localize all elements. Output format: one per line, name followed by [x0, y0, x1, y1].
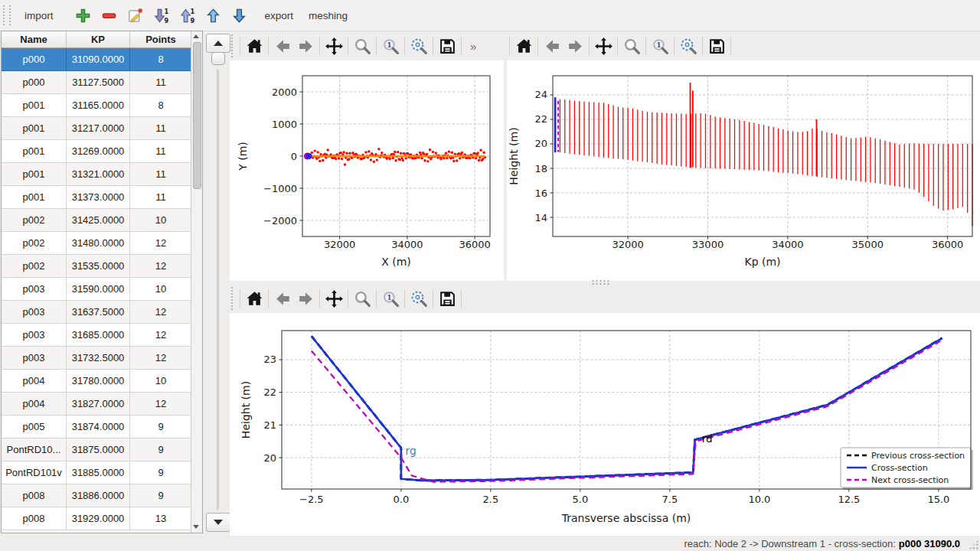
table-row[interactable]: p00231425.000010 — [2, 209, 192, 232]
splitter-grip[interactable] — [591, 279, 611, 285]
pan-icon — [325, 289, 344, 308]
table-row[interactable]: p00331685.000012 — [2, 324, 192, 347]
pane-scroll-thumb[interactable] — [211, 52, 225, 65]
table-scrollbar[interactable] — [191, 31, 202, 533]
pane-scroll-down-button[interactable] — [206, 513, 230, 532]
table-row[interactable]: p00531874.00009 — [2, 416, 192, 439]
scroll-up-arrow-icon[interactable] — [193, 34, 199, 38]
edit-cross-section-button[interactable] — [126, 5, 145, 25]
longitudinal-toolbar: 1 — [507, 32, 980, 60]
zoom-button[interactable] — [351, 34, 374, 57]
zoom-data-button[interactable]: 1 — [379, 287, 402, 310]
toolbar-overflow-button[interactable]: » — [464, 40, 482, 53]
table-row[interactable]: p00231480.000012 — [2, 232, 192, 255]
table-row[interactable]: p00131269.000011 — [2, 140, 192, 163]
table-row[interactable]: p00431780.000010 — [2, 370, 192, 393]
sort-ascending-button[interactable]: 19 — [152, 5, 172, 25]
forward-icon — [296, 289, 315, 308]
table-row[interactable]: PontRD10...31875.00009 — [2, 439, 192, 461]
table-row[interactable]: p00231535.000012 — [2, 255, 192, 278]
table-cell: 31637.5000 — [67, 301, 130, 324]
move-down-button[interactable] — [230, 5, 250, 25]
zoom-fit-button[interactable] — [677, 34, 700, 57]
forward-button[interactable] — [294, 287, 317, 310]
zoom-button[interactable] — [620, 34, 643, 57]
save-icon — [438, 37, 457, 56]
save-button[interactable] — [705, 34, 728, 57]
table-row[interactable]: p00331590.000010 — [2, 278, 192, 301]
column-header-points[interactable]: Points — [130, 31, 192, 48]
scroll-down-arrow-icon[interactable] — [193, 525, 199, 529]
pan-button[interactable] — [322, 287, 345, 310]
table-row[interactable]: PontRD101v31885.00009 — [2, 461, 192, 484]
minus-icon — [100, 7, 118, 24]
zoom-data-button[interactable]: 1 — [379, 34, 402, 57]
back-button[interactable] — [271, 287, 294, 310]
back-button[interactable] — [541, 34, 564, 57]
move-up-button[interactable] — [204, 5, 224, 25]
pan-button[interactable] — [322, 34, 345, 57]
back-button[interactable] — [271, 34, 294, 57]
table-row[interactable]: p00331732.500012 — [2, 347, 192, 370]
svg-text:1: 1 — [164, 7, 168, 15]
column-header-name[interactable]: Name — [2, 31, 67, 48]
table-row[interactable]: p00131321.000011 — [2, 163, 192, 186]
export-button[interactable]: export — [257, 5, 302, 26]
table-cell: 11 — [130, 140, 192, 163]
svg-text:Transverse abscissa (m): Transverse abscissa (m) — [561, 512, 691, 524]
pan-button[interactable] — [592, 34, 615, 57]
meshing-button[interactable]: meshing — [301, 5, 355, 26]
table-cell: 31732.5000 — [67, 347, 130, 370]
table-row[interactable]: p00131217.000011 — [2, 117, 192, 140]
table-row — [2, 530, 192, 533]
home-button[interactable] — [512, 34, 535, 57]
table-cell: 8 — [130, 48, 192, 71]
table-row[interactable]: p00331637.500012 — [2, 301, 192, 324]
table-cell: 31127.5000 — [67, 71, 130, 94]
cross-section-table-panel: NameKPPointsp00031090.00008p00031127.500… — [1, 31, 203, 533]
zoom-one-icon: 1 — [651, 37, 670, 56]
forward-button[interactable] — [564, 34, 586, 57]
plan-view-canvas[interactable]: 320003400036000200010000−1000−2000X (m)Y… — [230, 60, 504, 281]
home-button[interactable] — [243, 34, 266, 57]
svg-text:2000: 2000 — [272, 86, 297, 98]
pane-scroll-track[interactable] — [217, 69, 219, 510]
table-row[interactable]: p00431827.000012 — [2, 393, 192, 416]
cross-section-canvas[interactable]: rgrdPrevious cross-sectionCross-sectionN… — [230, 313, 980, 536]
remove-cross-section-button[interactable] — [100, 5, 119, 25]
zoom-fit-button[interactable] — [407, 287, 430, 310]
save-button[interactable] — [436, 34, 459, 57]
pane-scroll-up-button[interactable] — [206, 34, 230, 53]
svg-text:9: 9 — [164, 16, 168, 24]
forward-button[interactable] — [294, 34, 317, 57]
toolbar-drag-handle[interactable] — [231, 34, 234, 57]
toolbar-drag-handle[interactable] — [231, 287, 234, 310]
table-row[interactable]: p00031127.500011 — [2, 71, 192, 94]
legend: Previous cross-sectionCross-sectionNext … — [841, 448, 971, 487]
add-cross-section-button[interactable] — [74, 5, 93, 25]
table-cell: 12 — [130, 324, 192, 347]
sort-descending-button[interactable]: 19 — [178, 5, 198, 25]
import-button[interactable]: import — [17, 5, 61, 26]
table-cell: 12 — [130, 347, 192, 370]
table-row[interactable]: p00131373.000011 — [2, 186, 192, 209]
table-row[interactable]: p00031090.00008 — [2, 48, 192, 71]
home-button[interactable] — [243, 287, 266, 310]
longitudinal-profile-canvas[interactable]: 3200033000340003500036000141618202224Kp … — [507, 60, 980, 281]
table-row[interactable]: p00131165.00008 — [2, 94, 192, 117]
svg-text:32000: 32000 — [612, 239, 643, 250]
table-row[interactable]: p00831929.000013 — [2, 507, 192, 530]
cross-section-table[interactable]: NameKPPointsp00031090.00008p00031127.500… — [2, 31, 192, 533]
svg-text:5.0: 5.0 — [573, 494, 589, 505]
toolbar-drag-handle[interactable] — [3, 5, 11, 25]
zoom-button[interactable] — [351, 287, 374, 310]
zoom-fit-icon — [410, 37, 429, 56]
save-button[interactable] — [436, 287, 459, 310]
zoom-fit-button[interactable] — [407, 34, 430, 57]
zoom-data-button[interactable]: 1 — [648, 34, 671, 57]
table-cell: p002 — [2, 232, 67, 255]
table-cell: p003 — [2, 347, 67, 370]
table-scrollbar-thumb[interactable] — [193, 42, 201, 189]
table-row[interactable]: p00831886.00009 — [2, 484, 192, 507]
column-header-kp[interactable]: KP — [67, 31, 130, 48]
